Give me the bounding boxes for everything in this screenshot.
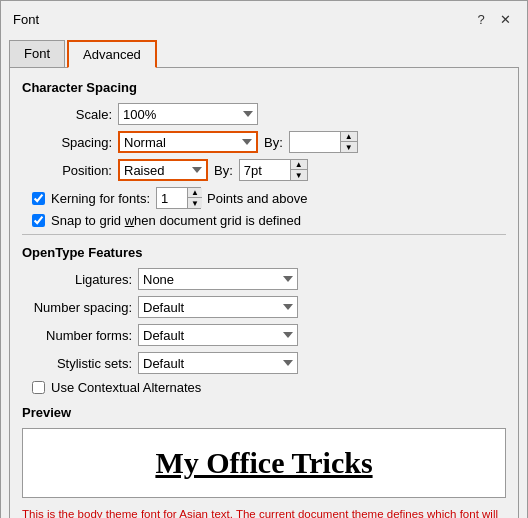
- kerning-buttons: ▲ ▼: [187, 188, 202, 208]
- help-button[interactable]: ?: [471, 9, 491, 29]
- scale-select[interactable]: 100%: [118, 103, 258, 125]
- spacing-row: Spacing: Normal By: ▲ ▼: [22, 131, 506, 153]
- character-spacing-title: Character Spacing: [22, 80, 506, 95]
- kerning-label: Kerning for fonts:: [51, 191, 150, 206]
- number-forms-row: Number forms: Default: [22, 324, 506, 346]
- spacing-by-label: By:: [264, 135, 283, 150]
- ligatures-select[interactable]: None: [138, 268, 298, 290]
- dialog-content: Character Spacing Scale: 100% Spacing: N…: [9, 67, 519, 518]
- kerning-suffix: Points and above: [207, 191, 307, 206]
- stylistic-label: Stylistic sets:: [22, 356, 132, 371]
- position-by-up[interactable]: ▲: [291, 160, 307, 170]
- ligatures-label: Ligatures:: [22, 272, 132, 287]
- snap-row: Snap to grid when document grid is defin…: [32, 213, 506, 228]
- stylistic-select[interactable]: Default: [138, 352, 298, 374]
- scale-label: Scale:: [22, 107, 112, 122]
- position-by-down[interactable]: ▼: [291, 170, 307, 180]
- number-spacing-select[interactable]: Default: [138, 296, 298, 318]
- close-button[interactable]: ✕: [495, 9, 515, 29]
- spacing-label: Spacing:: [22, 135, 112, 150]
- preview-text: My Office Tricks: [155, 446, 372, 480]
- contextual-label: Use Contextual Alternates: [51, 380, 201, 395]
- number-spacing-row: Number spacing: Default: [22, 296, 506, 318]
- snap-label: Snap to grid when document grid is defin…: [51, 213, 301, 228]
- spacing-by-buttons: ▲ ▼: [340, 132, 357, 152]
- position-row: Position: Raised By: ▲ ▼: [22, 159, 506, 181]
- contextual-row: Use Contextual Alternates: [32, 380, 506, 395]
- position-by-input[interactable]: [240, 160, 290, 180]
- tab-bar: Font Advanced: [1, 39, 527, 67]
- kerning-checkbox[interactable]: [32, 192, 45, 205]
- kerning-down[interactable]: ▼: [188, 198, 202, 208]
- kerning-spinner: ▲ ▼: [156, 187, 201, 209]
- position-label: Position:: [22, 163, 112, 178]
- position-by-label: By:: [214, 163, 233, 178]
- number-spacing-label: Number spacing:: [22, 300, 132, 315]
- kerning-row: Kerning for fonts: ▲ ▼ Points and above: [32, 187, 506, 209]
- number-forms-label: Number forms:: [22, 328, 132, 343]
- spacing-by-input[interactable]: [290, 132, 340, 152]
- position-by-buttons: ▲ ▼: [290, 160, 307, 180]
- scale-row: Scale: 100%: [22, 103, 506, 125]
- stylistic-row: Stylistic sets: Default: [22, 352, 506, 374]
- tab-advanced[interactable]: Advanced: [67, 40, 157, 68]
- info-text: This is the body theme font for Asian te…: [22, 506, 506, 518]
- contextual-checkbox[interactable]: [32, 381, 45, 394]
- snap-checkbox[interactable]: [32, 214, 45, 227]
- preview-box: My Office Tricks: [22, 428, 506, 498]
- preview-title: Preview: [22, 405, 506, 420]
- tab-font[interactable]: Font: [9, 40, 65, 68]
- kerning-input[interactable]: [157, 188, 187, 208]
- position-by-spinner: ▲ ▼: [239, 159, 308, 181]
- ligatures-row: Ligatures: None: [22, 268, 506, 290]
- spacing-by-down[interactable]: ▼: [341, 142, 357, 152]
- position-select[interactable]: Raised: [118, 159, 208, 181]
- spacing-by-up[interactable]: ▲: [341, 132, 357, 142]
- title-bar: Font ? ✕: [1, 1, 527, 37]
- kerning-up[interactable]: ▲: [188, 188, 202, 198]
- font-dialog: Font ? ✕ Font Advanced Character Spacing…: [0, 0, 528, 518]
- spacing-select[interactable]: Normal: [118, 131, 258, 153]
- dialog-title: Font: [13, 12, 39, 27]
- opentype-title: OpenType Features: [22, 245, 506, 260]
- title-controls: ? ✕: [471, 9, 515, 29]
- number-forms-select[interactable]: Default: [138, 324, 298, 346]
- opentype-section: OpenType Features Ligatures: None Number…: [22, 245, 506, 395]
- preview-section: Preview My Office Tricks: [22, 405, 506, 498]
- spacing-by-spinner: ▲ ▼: [289, 131, 358, 153]
